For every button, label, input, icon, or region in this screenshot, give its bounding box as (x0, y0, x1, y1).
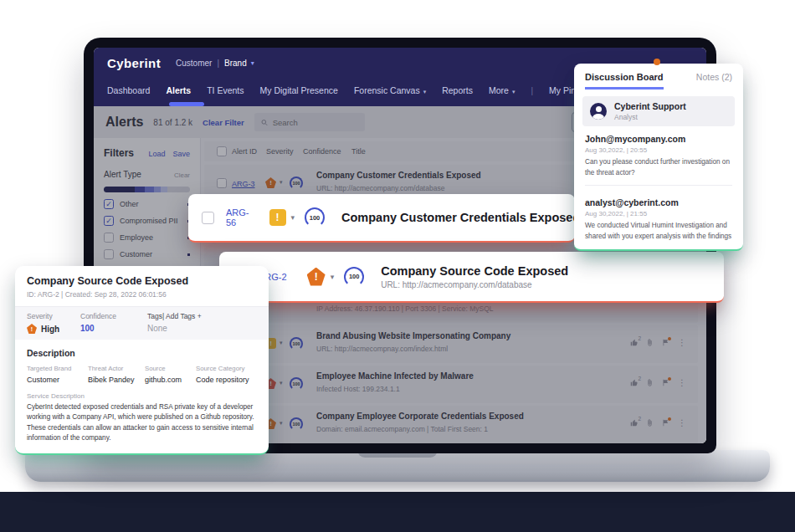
alert-title: Company Customer Credentials Exposed (341, 211, 580, 224)
message-text: We conducted Virtual Humint Investigatio… (585, 221, 732, 242)
notification-dot (654, 59, 660, 65)
alert-title: Company Source Code Exposed (381, 264, 568, 278)
support-role: Analyst (614, 113, 686, 121)
severity-high-icon: ! (27, 324, 37, 334)
message-divider (585, 185, 732, 186)
nav-item-forensic-canvas[interactable]: Forensic Canvas▾ (354, 85, 426, 95)
cyberint-logo: Cyberint (107, 56, 161, 70)
tab-discussion-board[interactable]: Discussion Board (585, 72, 664, 90)
discussion-message: analyst@cyberint.com Aug 30,2022, | 21:5… (574, 190, 743, 244)
field-label: Targeted Brand (27, 365, 84, 372)
field-label: Source Category (196, 365, 257, 372)
severity-high-icon: ! (307, 268, 326, 286)
field-value: Bibek Pandey (88, 376, 141, 384)
detail-title: Company Source Code Exposed (27, 275, 257, 287)
field-label: Source (145, 365, 192, 372)
severity-value: High (41, 325, 59, 334)
description-section-title: Description (27, 348, 257, 358)
discussion-board-popup: Discussion Board Notes (2) Cyberint Supp… (574, 64, 743, 251)
nav-item-more[interactable]: More▾ (489, 85, 515, 95)
nav-item-reports[interactable]: Reports (442, 85, 473, 95)
severity-medium-icon: ! (269, 209, 286, 226)
message-text: Can you please conduct further investiga… (585, 157, 732, 178)
support-analyst-row: Cyberint Support Analyst (582, 96, 735, 126)
alert-subtitle: URL: http://acmecompany.com/database (381, 280, 568, 289)
row-checkbox[interactable] (202, 212, 214, 224)
message-author: John@mycompany.com (585, 134, 732, 144)
confidence-label: Confidence (80, 312, 147, 320)
field-label: Threat Actor (88, 365, 141, 372)
workspace-separator: | (217, 59, 219, 68)
brand-switcher[interactable]: Brand (224, 59, 247, 68)
detail-meta: ID: ARG-2 | Created: Sep 28, 2022 06:01:… (27, 290, 257, 299)
confidence-gauge: 100 (344, 267, 364, 287)
service-description-text: CyberInt detected exposed credentials an… (27, 402, 257, 443)
tab-notes[interactable]: Notes (2) (696, 72, 732, 82)
highlighted-alert-card-arg2[interactable]: ARG-2 ! ▾ 100 Company Source Code Expose… (219, 252, 724, 303)
background-band (0, 492, 795, 532)
severity-label: Severity (27, 312, 80, 320)
highlighted-alert-card-arg56[interactable]: ARG-56 ! ▾ 100 Company Customer Credenti… (188, 194, 575, 243)
discussion-message: John@mycompany.com Aug 30,2022, | 20:55 … (574, 126, 743, 181)
severity-dropdown-chevron[interactable]: ▾ (291, 213, 295, 222)
service-description-label: Service Description (27, 392, 257, 400)
chevron-down-icon: ▾ (251, 59, 254, 67)
message-time: Aug 30,2022, | 21:55 (585, 210, 732, 217)
workspace-switcher[interactable]: Customer (176, 59, 212, 68)
confidence-gauge: 100 (305, 207, 325, 228)
add-tags-button[interactable]: Tags| Add Tags + (147, 312, 257, 320)
message-time: Aug 30,2022, | 20:55 (585, 146, 732, 154)
field-value: github.com (145, 376, 192, 384)
chevron-down-icon: ▾ (423, 89, 427, 95)
alert-detail-card: Company Source Code Exposed ID: ARG-2 | … (15, 266, 269, 455)
chevron-down-icon: ▾ (512, 89, 515, 95)
field-value: Code repository (196, 376, 257, 384)
hero-composition: Cyberint Customer | Brand ▾ Dashboard Al… (0, 0, 795, 532)
support-name: Cyberint Support (614, 101, 686, 111)
avatar-icon (590, 103, 607, 120)
severity-dropdown-chevron[interactable]: ▾ (331, 273, 335, 281)
nav-separator: | (531, 86, 533, 95)
nav-item-ti-events[interactable]: TI Events (207, 85, 244, 95)
nav-item-my-digital-presence[interactable]: My Digital Presence (260, 85, 338, 95)
nav-item-alerts[interactable]: Alerts (166, 85, 191, 95)
field-value: Customer (27, 376, 84, 384)
nav-item-dashboard[interactable]: Dashboard (107, 85, 150, 95)
confidence-value: 100 (80, 324, 147, 333)
message-author: analyst@cyberint.com (585, 197, 732, 207)
tags-value: None (147, 324, 257, 333)
alert-id-link[interactable]: ARG-56 (226, 207, 249, 228)
